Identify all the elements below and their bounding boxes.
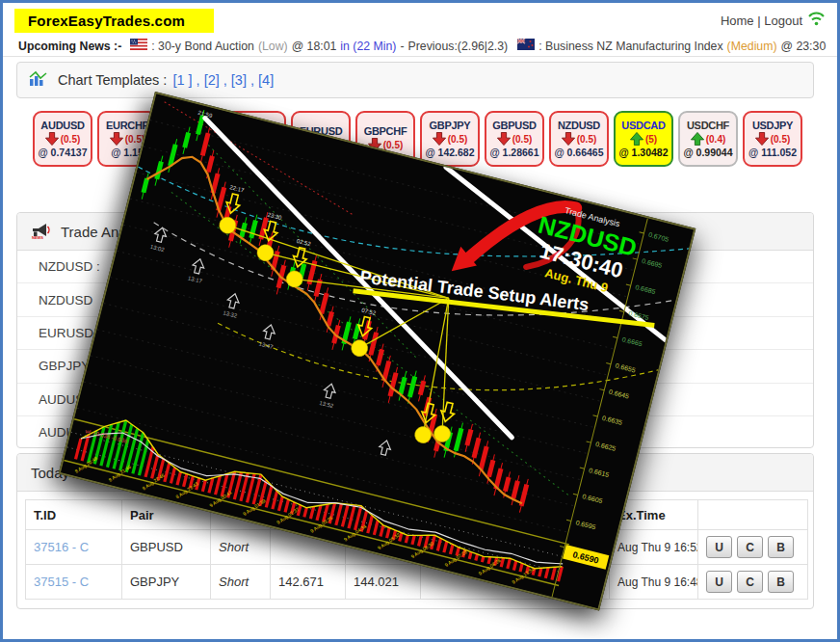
col-actions [698, 500, 808, 530]
up-arrow-icon [691, 132, 704, 146]
down-arrow-icon [755, 132, 769, 146]
pair-label: EURCHF [106, 120, 148, 131]
trade-actions: UCB [698, 565, 808, 600]
up-arrow-icon [630, 132, 643, 146]
pair-price: @ 0.66465 [554, 147, 603, 158]
pair-change: (0.5) [512, 134, 533, 145]
news-nz-impact: (Medium) [727, 40, 777, 53]
chart-template-link-2[interactable]: [2] [204, 72, 220, 88]
news-ticker: Upcoming News :- : 30-y Bond Auction (Lo… [18, 39, 835, 53]
trade-action-C-button[interactable]: C [737, 571, 763, 593]
pair-label: GBPCHF [364, 125, 407, 137]
trade-action-U-button[interactable]: U [706, 536, 732, 558]
pair-tile-GBPUSD[interactable]: GBPUSD(0.5)@ 1.28661 [485, 111, 544, 167]
trade-row: 37515 - CGBPJPYShort142.671144.021Aug Th… [26, 565, 808, 600]
pair-label: GBPUSD [492, 120, 536, 131]
wifi-icon [807, 12, 826, 30]
pair-label: USDJPY [752, 120, 793, 131]
trade-id-link[interactable]: 37516 - C [26, 530, 122, 565]
pair-tile-USDCHF[interactable]: USDCHF(0.4)@ 0.99044 [678, 111, 738, 167]
pair-tile-USDJPY[interactable]: USDJPY(0.5)@ 111.052 [743, 111, 802, 167]
pair-change: (5) [645, 134, 657, 145]
trade-pair: GBPJPY [122, 565, 211, 600]
chart-templates-bar: Chart Templates : [1 ] , [2] , [3] , [4] [16, 62, 814, 98]
down-arrow-icon [110, 132, 123, 146]
down-arrow-icon [433, 132, 446, 146]
pair-label: USDCAD [621, 120, 665, 131]
pair-label: GBPJPY [430, 120, 471, 131]
forex-dashboard-page: { "header": {"logo": "ForexEasyTrades.co… [0, 0, 840, 642]
pair-change: (0.4) [706, 134, 726, 145]
trade-actions: UCB [698, 530, 808, 565]
pair-label: NZDUSD [558, 120, 600, 131]
pair-tile-NZDUSD[interactable]: NZDUSD(0.5)@ 0.66465 [549, 111, 609, 167]
pair-price: @ 111.052 [748, 147, 797, 158]
trade-action-C-button[interactable]: C [737, 536, 763, 558]
trade-direction: Short [211, 530, 271, 565]
chart-template-links: [1 ] , [2] , [3] , [4] [172, 71, 274, 89]
trade-id-link[interactable]: 37515 - C [26, 565, 122, 600]
pair-label: USDCHF [687, 120, 729, 131]
nav-divider: | [757, 13, 760, 28]
news-label: Upcoming News :- [18, 40, 121, 53]
pair-change: (0.5) [577, 134, 597, 145]
pair-price: @ 142.682 [425, 147, 474, 158]
us-flag-icon [130, 39, 147, 53]
pair-change: (0.5) [61, 134, 81, 145]
chart-template-link-1[interactable]: [1 ] [172, 72, 192, 88]
pair-tile-GBPJPY[interactable]: GBPJPY(0.5)@ 142.682 [420, 111, 480, 167]
news-nz-time: @ 23:30 [781, 40, 827, 53]
pair-tile-AUDUSD[interactable]: AUDUSD(0.5)@ 0.74137 [33, 111, 92, 167]
trade-ex-time: Aug Thu 9 16:52 [610, 530, 698, 565]
pair-change: (0.5) [771, 134, 791, 145]
pair-price: @ 1.30482 [618, 147, 668, 158]
trade-action-U-button[interactable]: U [706, 571, 732, 593]
pair-label: AUDUSD [40, 120, 84, 131]
trade-price-1: 142.671 [271, 565, 346, 600]
down-arrow-icon [562, 132, 575, 146]
logout-link[interactable]: Logout [764, 13, 802, 28]
site-logo[interactable]: ForexEasyTrades.com [14, 9, 214, 33]
news-us-countdown: in (22 Min) [340, 40, 396, 53]
down-arrow-icon [45, 132, 59, 146]
header-divider-line [3, 56, 837, 57]
pair-price: @ 0.74137 [38, 147, 87, 158]
template-link-separator: , [220, 72, 231, 88]
chart-templates-icon [29, 70, 48, 91]
news-us-impact: (Low) [258, 40, 288, 53]
pair-price: @ 0.99044 [683, 147, 732, 158]
news-us-previous: Previous:(2.96|2.3) [408, 40, 509, 53]
nz-flag-icon [517, 39, 535, 53]
news-us-time: @ 18:01 [292, 40, 337, 53]
home-link[interactable]: Home [721, 13, 754, 28]
template-link-separator: , [193, 72, 204, 88]
trade-direction: Short [211, 565, 271, 600]
pair-tile-USDCAD[interactable]: USDCAD(5)@ 1.30482 [614, 111, 673, 167]
chart-templates-label: Chart Templates : [58, 72, 167, 88]
top-nav: Home | Logout [721, 13, 802, 28]
chart-template-link-3[interactable]: [3] [231, 72, 247, 88]
news-dash: - [400, 40, 404, 53]
chart-template-link-4[interactable]: [4] [258, 72, 274, 88]
pair-change: (0.5) [383, 140, 404, 150]
trade-pair: GBPUSD [122, 530, 211, 565]
pair-change: (0.5) [448, 134, 468, 145]
col-tid: T.ID [26, 500, 122, 530]
trade-ex-time: Aug Thu 9 16:48 [610, 565, 698, 600]
down-arrow-icon [497, 132, 511, 146]
megaphone-icon: NEWS [31, 222, 52, 242]
template-link-separator: , [247, 72, 258, 88]
pair-price: @ 1.28661 [489, 147, 538, 158]
news-us-event: : 30-y Bond Auction [151, 40, 254, 53]
trade-action-B-button[interactable]: B [768, 536, 794, 558]
news-nz-event: : Business NZ Manufacturing Index [538, 40, 722, 53]
trade-price-2: 144.021 [346, 565, 421, 600]
svg-text:NEWS: NEWS [32, 234, 43, 239]
trade-action-B-button[interactable]: B [768, 571, 794, 593]
